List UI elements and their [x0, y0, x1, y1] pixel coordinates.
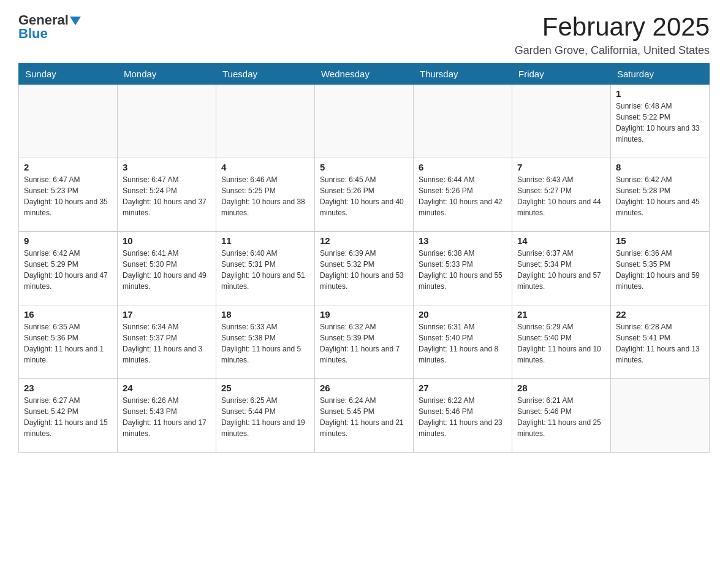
calendar-cell: 26Sunrise: 6:24 AM Sunset: 5:45 PM Dayli… [315, 379, 414, 453]
day-number: 28 [517, 383, 605, 393]
location-title: Garden Grove, California, United States [515, 44, 710, 57]
day-info: Sunrise: 6:45 AM Sunset: 5:26 PM Dayligh… [320, 174, 408, 218]
calendar-cell: 12Sunrise: 6:39 AM Sunset: 5:32 PM Dayli… [315, 232, 414, 305]
day-info: Sunrise: 6:27 AM Sunset: 5:42 PM Dayligh… [24, 395, 112, 439]
day-info: Sunrise: 6:42 AM Sunset: 5:28 PM Dayligh… [616, 174, 704, 218]
calendar-cell: 24Sunrise: 6:26 AM Sunset: 5:43 PM Dayli… [118, 379, 216, 453]
calendar-cell: 4Sunrise: 6:46 AM Sunset: 5:25 PM Daylig… [216, 158, 315, 232]
weekday-header-monday: Monday [118, 64, 216, 85]
calendar-cell: 21Sunrise: 6:29 AM Sunset: 5:40 PM Dayli… [512, 305, 611, 379]
calendar-cell: 25Sunrise: 6:25 AM Sunset: 5:44 PM Dayli… [216, 379, 315, 453]
day-number: 22 [616, 309, 704, 320]
day-number: 18 [221, 309, 309, 320]
day-number: 20 [419, 309, 507, 320]
calendar-cell: 7Sunrise: 6:43 AM Sunset: 5:27 PM Daylig… [512, 158, 611, 232]
day-number: 26 [320, 383, 408, 393]
day-info: Sunrise: 6:48 AM Sunset: 5:22 PM Dayligh… [616, 101, 704, 145]
day-number: 25 [221, 383, 309, 393]
day-number: 8 [616, 162, 704, 172]
day-info: Sunrise: 6:37 AM Sunset: 5:34 PM Dayligh… [517, 248, 605, 292]
day-number: 15 [616, 236, 704, 246]
calendar-cell: 14Sunrise: 6:37 AM Sunset: 5:34 PM Dayli… [512, 232, 611, 305]
day-info: Sunrise: 6:25 AM Sunset: 5:44 PM Dayligh… [221, 395, 309, 439]
day-number: 19 [320, 309, 408, 320]
day-number: 10 [123, 236, 211, 246]
day-info: Sunrise: 6:21 AM Sunset: 5:46 PM Dayligh… [517, 395, 605, 439]
day-info: Sunrise: 6:35 AM Sunset: 5:36 PM Dayligh… [24, 321, 112, 366]
day-number: 13 [419, 236, 507, 246]
day-number: 16 [24, 309, 112, 320]
day-info: Sunrise: 6:31 AM Sunset: 5:40 PM Dayligh… [419, 321, 507, 366]
weekday-header-thursday: Thursday [414, 64, 512, 85]
day-number: 9 [24, 236, 112, 246]
day-info: Sunrise: 6:39 AM Sunset: 5:32 PM Dayligh… [320, 248, 408, 292]
calendar-cell [611, 379, 710, 453]
day-number: 14 [517, 236, 605, 246]
calendar-cell: 18Sunrise: 6:33 AM Sunset: 5:38 PM Dayli… [216, 305, 315, 379]
month-title: February 2025 [515, 12, 710, 42]
calendar-cell: 8Sunrise: 6:42 AM Sunset: 5:28 PM Daylig… [611, 158, 710, 232]
title-block: February 2025 Garden Grove, California, … [515, 12, 710, 57]
weekday-header-friday: Friday [512, 64, 611, 85]
day-info: Sunrise: 6:29 AM Sunset: 5:40 PM Dayligh… [517, 321, 605, 366]
calendar-cell: 1Sunrise: 6:48 AM Sunset: 5:22 PM Daylig… [611, 85, 710, 158]
calendar-cell: 19Sunrise: 6:32 AM Sunset: 5:39 PM Dayli… [315, 305, 414, 379]
calendar-cell: 11Sunrise: 6:40 AM Sunset: 5:31 PM Dayli… [216, 232, 315, 305]
calendar-cell: 23Sunrise: 6:27 AM Sunset: 5:42 PM Dayli… [19, 379, 118, 453]
day-info: Sunrise: 6:47 AM Sunset: 5:24 PM Dayligh… [123, 174, 211, 218]
calendar-cell [414, 85, 512, 158]
calendar-cell: 16Sunrise: 6:35 AM Sunset: 5:36 PM Dayli… [19, 305, 118, 379]
calendar-cell: 17Sunrise: 6:34 AM Sunset: 5:37 PM Dayli… [118, 305, 216, 379]
day-number: 2 [24, 162, 112, 172]
calendar-body: 1Sunrise: 6:48 AM Sunset: 5:22 PM Daylig… [19, 85, 710, 453]
day-info: Sunrise: 6:44 AM Sunset: 5:26 PM Dayligh… [419, 174, 507, 218]
calendar-cell: 5Sunrise: 6:45 AM Sunset: 5:26 PM Daylig… [315, 158, 414, 232]
day-info: Sunrise: 6:33 AM Sunset: 5:38 PM Dayligh… [221, 321, 309, 366]
calendar-cell: 15Sunrise: 6:36 AM Sunset: 5:35 PM Dayli… [611, 232, 710, 305]
day-info: Sunrise: 6:42 AM Sunset: 5:29 PM Dayligh… [24, 248, 112, 292]
day-number: 21 [517, 309, 605, 320]
calendar-cell: 20Sunrise: 6:31 AM Sunset: 5:40 PM Dayli… [414, 305, 512, 379]
calendar-cell: 2Sunrise: 6:47 AM Sunset: 5:23 PM Daylig… [19, 158, 118, 232]
day-info: Sunrise: 6:36 AM Sunset: 5:35 PM Dayligh… [616, 248, 704, 292]
day-info: Sunrise: 6:22 AM Sunset: 5:46 PM Dayligh… [419, 395, 507, 439]
calendar-cell [118, 85, 216, 158]
weekday-header-sunday: Sunday [19, 64, 118, 85]
day-number: 4 [221, 162, 309, 172]
day-number: 24 [123, 383, 211, 393]
day-number: 12 [320, 236, 408, 246]
day-info: Sunrise: 6:41 AM Sunset: 5:30 PM Dayligh… [123, 248, 211, 292]
calendar-week-row: 9Sunrise: 6:42 AM Sunset: 5:29 PM Daylig… [19, 232, 710, 305]
weekday-header-tuesday: Tuesday [216, 64, 315, 85]
calendar-cell: 22Sunrise: 6:28 AM Sunset: 5:41 PM Dayli… [611, 305, 710, 379]
weekday-header-row: SundayMondayTuesdayWednesdayThursdayFrid… [19, 64, 710, 85]
day-number: 1 [616, 88, 704, 99]
day-number: 6 [419, 162, 507, 172]
calendar-cell [216, 85, 315, 158]
calendar-cell: 10Sunrise: 6:41 AM Sunset: 5:30 PM Dayli… [118, 232, 216, 305]
day-info: Sunrise: 6:26 AM Sunset: 5:43 PM Dayligh… [123, 395, 211, 439]
calendar-cell: 3Sunrise: 6:47 AM Sunset: 5:24 PM Daylig… [118, 158, 216, 232]
calendar-header: SundayMondayTuesdayWednesdayThursdayFrid… [19, 64, 710, 85]
logo-blue-text: Blue [18, 26, 48, 42]
day-info: Sunrise: 6:24 AM Sunset: 5:45 PM Dayligh… [320, 395, 408, 439]
weekday-header-saturday: Saturday [611, 64, 710, 85]
day-number: 7 [517, 162, 605, 172]
calendar-week-row: 23Sunrise: 6:27 AM Sunset: 5:42 PM Dayli… [19, 379, 710, 453]
day-number: 27 [419, 383, 507, 393]
day-number: 17 [123, 309, 211, 320]
logo: General Blue [18, 12, 81, 42]
calendar-cell: 6Sunrise: 6:44 AM Sunset: 5:26 PM Daylig… [414, 158, 512, 232]
weekday-header-wednesday: Wednesday [315, 64, 414, 85]
calendar-cell [315, 85, 414, 158]
day-info: Sunrise: 6:34 AM Sunset: 5:37 PM Dayligh… [123, 321, 211, 366]
day-number: 3 [123, 162, 211, 172]
page-header: General Blue February 2025 Garden Grove,… [18, 12, 710, 57]
calendar-cell [512, 85, 611, 158]
calendar-week-row: 16Sunrise: 6:35 AM Sunset: 5:36 PM Dayli… [19, 305, 710, 379]
calendar-cell: 28Sunrise: 6:21 AM Sunset: 5:46 PM Dayli… [512, 379, 611, 453]
day-info: Sunrise: 6:38 AM Sunset: 5:33 PM Dayligh… [419, 248, 507, 292]
calendar-week-row: 2Sunrise: 6:47 AM Sunset: 5:23 PM Daylig… [19, 158, 710, 232]
day-info: Sunrise: 6:47 AM Sunset: 5:23 PM Dayligh… [24, 174, 112, 218]
day-info: Sunrise: 6:46 AM Sunset: 5:25 PM Dayligh… [221, 174, 309, 218]
